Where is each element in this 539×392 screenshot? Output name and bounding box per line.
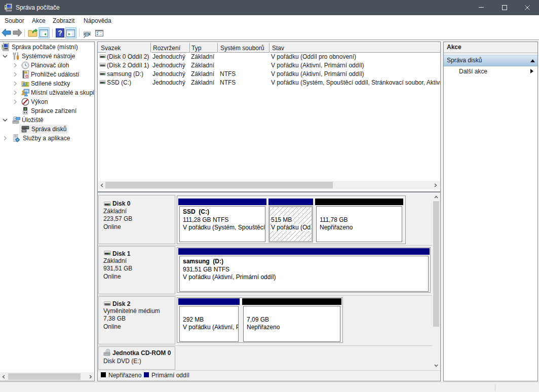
svg-text:?: ? <box>58 29 62 37</box>
